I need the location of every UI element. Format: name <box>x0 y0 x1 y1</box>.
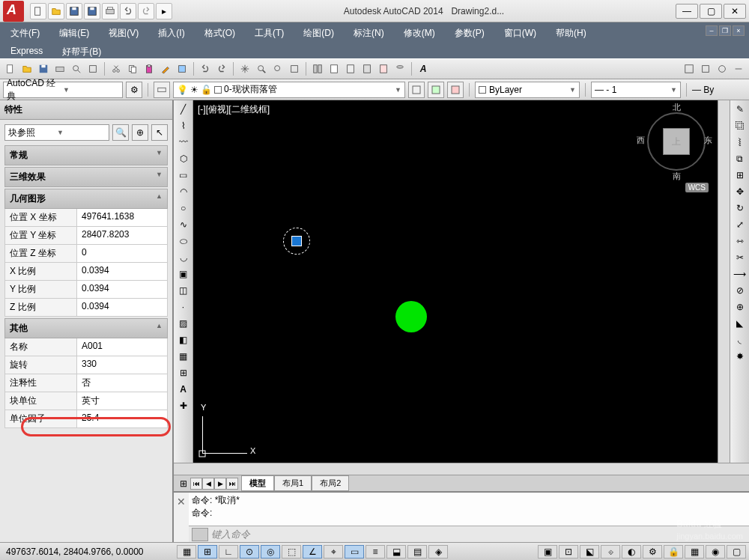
sb-extra3[interactable]: ◐ <box>622 545 641 559</box>
menu-item[interactable]: 文件(F) <box>7 25 43 41</box>
copy-icon[interactable] <box>125 61 140 76</box>
erase-icon[interactable]: ✎ <box>733 102 748 117</box>
stretch-icon[interactable]: ⇿ <box>733 234 748 249</box>
layer-btn1-icon[interactable] <box>408 82 425 98</box>
category-geometry[interactable]: 几何图形▲ <box>4 189 168 209</box>
redo-icon[interactable] <box>214 61 229 76</box>
maximize-button[interactable]: ▢ <box>700 4 722 19</box>
property-value[interactable]: 0.0394 <box>77 263 167 280</box>
property-value[interactable]: 英寸 <box>77 392 167 410</box>
property-value[interactable]: 0.0394 <box>77 281 167 298</box>
drawing-canvas[interactable]: [-][俯视][二维线框] Y X 上 北 南 西 东 <box>193 100 718 463</box>
property-value[interactable]: 0 <box>77 245 167 262</box>
gradient-icon[interactable]: ◧ <box>175 332 192 347</box>
hatch-icon[interactable]: ▨ <box>175 316 192 331</box>
pickadd-icon[interactable]: ⊕ <box>132 124 148 141</box>
cut-icon[interactable] <box>109 61 124 76</box>
tab-next-icon[interactable]: ▶ <box>214 478 226 490</box>
menu-item[interactable]: 工具(T) <box>252 25 287 41</box>
tpy-toggle[interactable]: ⬓ <box>386 545 406 559</box>
modelspace-button[interactable]: ▣ <box>538 545 557 559</box>
tabs-menu-icon[interactable]: ⊞ <box>177 478 190 490</box>
annoscale-button[interactable]: ⟐ <box>601 545 620 559</box>
isolate-button[interactable]: ◉ <box>706 545 725 559</box>
chamfer-icon[interactable]: ◣ <box>733 316 748 331</box>
mdi-close[interactable]: × <box>733 25 745 36</box>
print-icon[interactable] <box>52 61 67 76</box>
close-button[interactable]: ✕ <box>724 4 746 19</box>
3dosnap-toggle[interactable]: ⬚ <box>282 545 301 559</box>
polygon-icon[interactable]: ⬡ <box>175 151 192 166</box>
category-other[interactable]: 其他▲ <box>4 318 168 338</box>
block-icon[interactable] <box>175 61 189 76</box>
join-icon[interactable]: ⊕ <box>733 299 748 314</box>
tab-layout2[interactable]: 布局2 <box>312 475 349 491</box>
paste-icon[interactable] <box>142 61 157 76</box>
ortho-toggle[interactable]: ∟ <box>219 545 238 559</box>
tb-end2-icon[interactable] <box>698 61 713 76</box>
qat-open-icon[interactable] <box>48 3 64 19</box>
workspace-switch[interactable]: ⚙ <box>643 545 662 559</box>
props-icon[interactable] <box>310 61 325 76</box>
ellipse-icon[interactable]: ⬭ <box>175 234 192 249</box>
offset-icon[interactable]: ⧉ <box>733 151 748 166</box>
arc-icon[interactable]: ◠ <box>175 184 192 199</box>
layer-btn3-icon[interactable] <box>447 82 464 98</box>
qat-save-icon[interactable] <box>66 3 82 19</box>
polar-toggle[interactable]: ⊙ <box>240 545 259 559</box>
open-icon[interactable] <box>19 61 34 76</box>
property-value[interactable]: 497641.1638 <box>77 209 167 226</box>
qp-toggle[interactable]: ▤ <box>407 545 427 559</box>
vertical-scrollbar[interactable] <box>718 100 730 463</box>
menu-item[interactable]: 好帮手(B) <box>59 44 104 60</box>
wcs-badge[interactable]: WCS <box>685 183 709 192</box>
sc-toggle[interactable]: ◈ <box>428 545 448 559</box>
ducs-toggle[interactable]: ⌖ <box>324 545 343 559</box>
sb-lock[interactable]: 🔒 <box>664 545 683 559</box>
break-icon[interactable]: ⊘ <box>733 283 748 298</box>
tab-prev-icon[interactable]: ◀ <box>202 478 214 490</box>
circle-icon[interactable]: ○ <box>175 201 192 216</box>
rotate-icon[interactable]: ↻ <box>733 201 748 216</box>
table-icon[interactable]: ⊞ <box>175 365 192 380</box>
coordinates-display[interactable]: 497637.6014, 28404.9766, 0.0000 <box>3 547 175 557</box>
calc-icon[interactable] <box>360 61 374 76</box>
markup-icon[interactable] <box>376 61 391 76</box>
menu-item[interactable]: Express <box>7 44 46 60</box>
menu-item[interactable]: 窗口(W) <box>501 25 539 41</box>
pline-icon[interactable]: ⌇ <box>175 118 192 133</box>
qat-plot-icon[interactable] <box>102 3 118 19</box>
grid-toggle[interactable]: ⊞ <box>198 545 217 559</box>
tab-last-icon[interactable]: ⏭ <box>226 478 238 490</box>
property-value[interactable]: 0.0394 <box>77 299 167 316</box>
extend-icon[interactable]: ⟶ <box>733 267 748 281</box>
fillet-icon[interactable]: ◟ <box>733 332 748 347</box>
menu-item[interactable]: 参数(P) <box>452 25 488 41</box>
menu-item[interactable]: 编辑(E) <box>56 25 92 41</box>
spline-icon[interactable]: ∿ <box>175 217 192 232</box>
zoom-icon[interactable] <box>254 61 269 76</box>
toolpal-icon[interactable] <box>343 61 358 76</box>
menu-item[interactable]: 标注(N) <box>351 25 387 41</box>
menu-item[interactable]: 视图(V) <box>106 25 142 41</box>
qat-undo-icon[interactable] <box>120 3 136 19</box>
horizontal-scrollbar[interactable] <box>174 463 749 475</box>
qat-new-icon[interactable] <box>30 3 46 19</box>
sb-extra1[interactable]: ⊡ <box>559 545 578 559</box>
property-value[interactable]: 28407.8203 <box>77 227 167 244</box>
pan-icon[interactable] <box>237 61 252 76</box>
mdi-restore[interactable]: ❐ <box>719 25 731 36</box>
command-input[interactable]: 键入命令 <box>211 528 749 541</box>
layer-btn2-icon[interactable] <box>428 82 444 98</box>
menu-item[interactable]: 插入(I) <box>155 25 187 41</box>
color-dropdown[interactable]: ByLayer ▼ <box>475 82 580 98</box>
osnap-toggle[interactable]: ◎ <box>261 545 280 559</box>
selectobj-icon[interactable]: ↖ <box>151 124 168 141</box>
cleanscreen-button[interactable]: ▢ <box>727 545 746 559</box>
otrack-toggle[interactable]: ∠ <box>303 545 322 559</box>
workspace-settings-icon[interactable]: ⚙ <box>126 82 142 98</box>
category-3dfx[interactable]: 三维效果▼ <box>4 167 168 187</box>
dbconnect-icon[interactable] <box>392 61 407 76</box>
hardware-accel[interactable]: ▦ <box>685 545 704 559</box>
minimize-button[interactable]: — <box>676 4 698 19</box>
